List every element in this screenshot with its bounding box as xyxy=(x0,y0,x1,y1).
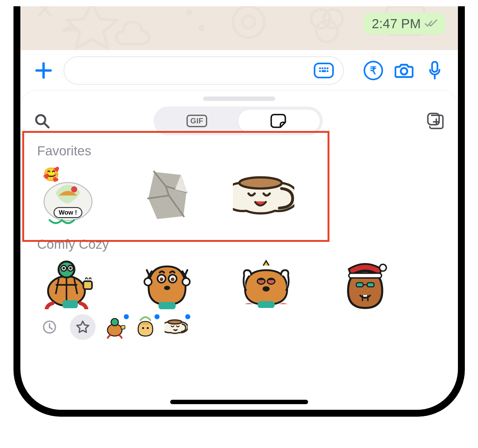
svg-rect-37 xyxy=(158,302,176,310)
potato-santa-sticker[interactable] xyxy=(334,258,396,308)
svg-point-3 xyxy=(200,26,203,30)
svg-rect-14 xyxy=(322,70,326,72)
svg-point-40 xyxy=(262,286,269,291)
svg-point-5 xyxy=(324,9,343,28)
svg-point-2 xyxy=(187,11,191,14)
foil-wrap-sticker[interactable] xyxy=(135,165,197,226)
svg-point-6 xyxy=(316,21,338,42)
heart-face-emoji-icon: 🥰 xyxy=(43,167,59,182)
svg-point-36 xyxy=(182,278,190,285)
svg-point-31 xyxy=(160,277,163,281)
svg-point-50 xyxy=(142,327,144,329)
svg-point-43 xyxy=(379,264,386,271)
gif-label: GIF xyxy=(186,115,207,127)
svg-point-34 xyxy=(164,286,170,290)
svg-rect-41 xyxy=(257,301,274,308)
plus-icon[interactable] xyxy=(33,60,54,81)
svg-point-52 xyxy=(168,320,181,324)
tab-gif[interactable]: GIF xyxy=(156,109,238,133)
svg-rect-44 xyxy=(356,283,363,287)
sticker-caption: Wow ! xyxy=(53,207,82,218)
svg-point-0 xyxy=(233,6,264,38)
gif-sticker-segmented-control: GIF xyxy=(154,107,323,135)
new-pack-dot-icon xyxy=(185,314,190,319)
camera-icon[interactable] xyxy=(393,60,415,81)
svg-point-13 xyxy=(327,70,328,72)
comfy-cozy-pack[interactable] xyxy=(103,315,126,339)
svg-rect-49 xyxy=(121,326,125,329)
section-favorites: Favorites 🥰 Wow ! xyxy=(22,135,457,226)
svg-point-15 xyxy=(401,68,407,75)
svg-point-25 xyxy=(62,267,65,269)
svg-point-27 xyxy=(69,267,71,269)
favorites-icon[interactable] xyxy=(70,314,96,340)
message-bubble-outgoing[interactable]: 2:47 PM xyxy=(364,13,445,34)
add-sticker-pack-icon[interactable] xyxy=(427,112,444,130)
new-pack-dot-icon xyxy=(155,314,160,319)
svg-point-48 xyxy=(111,319,118,326)
phone-frame: 2:47 PM xyxy=(13,6,465,417)
recent-icon[interactable] xyxy=(37,314,62,340)
coffee-pack[interactable] xyxy=(165,315,188,339)
sticker-pack-strip xyxy=(22,308,457,346)
svg-point-11 xyxy=(327,67,328,69)
sticker-keyboard-icon[interactable] xyxy=(314,63,334,78)
potato-sleepy-sticker[interactable] xyxy=(235,258,297,308)
svg-point-12 xyxy=(319,70,321,72)
svg-point-10 xyxy=(324,67,326,69)
svg-rect-29 xyxy=(62,300,78,308)
potato-peace-sticker[interactable] xyxy=(136,258,198,308)
section-comfy-cozy: Comfy Cozy xyxy=(22,226,457,308)
svg-point-9 xyxy=(322,67,323,69)
svg-point-35 xyxy=(144,278,152,285)
turtle-tea-sticker[interactable] xyxy=(37,258,99,308)
payment-icon[interactable]: ₹ xyxy=(363,60,384,81)
drag-handle[interactable] xyxy=(203,96,275,101)
search-icon[interactable] xyxy=(34,113,50,129)
svg-point-1 xyxy=(242,16,255,28)
message-time: 2:47 PM xyxy=(372,16,421,31)
svg-point-20 xyxy=(71,186,77,193)
svg-point-33 xyxy=(171,277,174,281)
chat-input-bar: ₹ xyxy=(20,50,458,91)
rain-fairy-pack[interactable] xyxy=(134,315,157,339)
svg-rect-45 xyxy=(367,283,374,287)
mic-icon[interactable] xyxy=(424,60,445,81)
sticker-tab-icon xyxy=(271,112,287,129)
message-input[interactable] xyxy=(64,56,344,85)
comfy-cozy-title: Comfy Cozy xyxy=(37,237,441,252)
tab-sticker[interactable] xyxy=(238,109,320,133)
svg-rect-16 xyxy=(432,62,437,72)
coffee-cup-smile-sticker[interactable] xyxy=(233,165,294,226)
svg-point-51 xyxy=(147,327,149,329)
delivered-checkmarks-icon xyxy=(425,19,437,28)
svg-rect-42 xyxy=(349,273,381,278)
new-pack-dot-icon xyxy=(124,314,129,319)
sticker-panel: GIF F xyxy=(22,91,457,410)
chat-background: 2:47 PM xyxy=(20,6,458,50)
svg-point-8 xyxy=(319,67,321,69)
rupee-symbol: ₹ xyxy=(370,64,377,77)
svg-point-21 xyxy=(239,177,281,189)
svg-rect-28 xyxy=(83,281,92,289)
food-wow-sticker[interactable]: 🥰 Wow ! xyxy=(37,165,99,226)
phone-screen: 2:47 PM xyxy=(20,6,458,410)
favorites-title: Favorites xyxy=(37,143,441,159)
home-indicator[interactable] xyxy=(170,400,308,404)
